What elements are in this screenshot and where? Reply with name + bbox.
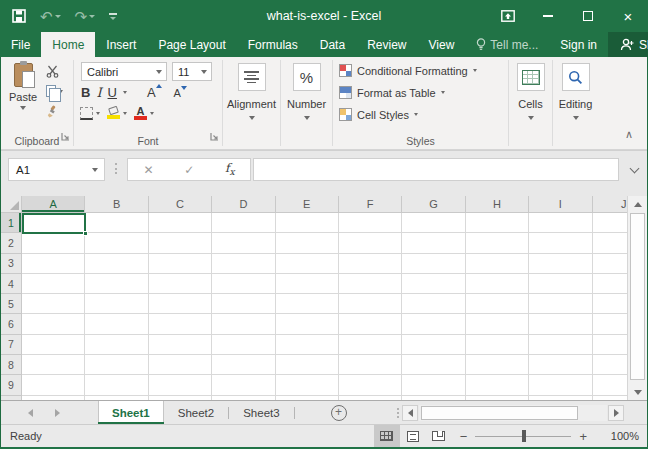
cell-D1[interactable] (212, 213, 275, 233)
column-header-A[interactable]: A (22, 196, 85, 213)
cell-J5[interactable] (593, 294, 627, 314)
underline-button[interactable]: U (108, 85, 117, 100)
cell-J9[interactable] (593, 375, 627, 395)
cell-H1[interactable] (466, 213, 529, 233)
sign-in-button[interactable]: Sign in (549, 32, 608, 57)
cell-F9[interactable] (339, 375, 402, 395)
cell-E5[interactable] (276, 294, 339, 314)
cell-B5[interactable] (85, 294, 148, 314)
cell-B6[interactable] (85, 314, 148, 334)
cell-D5[interactable] (212, 294, 275, 314)
underline-dropdown-icon[interactable] (123, 91, 127, 94)
alignment-dropdown-icon[interactable] (249, 116, 255, 120)
cell-I4[interactable] (529, 274, 592, 294)
row-header-3[interactable]: 3 (1, 254, 22, 274)
formula-bar-grip[interactable] (115, 163, 117, 174)
row-header-5[interactable]: 5 (1, 294, 22, 314)
cell-E1[interactable] (276, 213, 339, 233)
cell-D9[interactable] (212, 375, 275, 395)
ribbon-display-options-button[interactable] (488, 0, 528, 32)
cell-E3[interactable] (276, 254, 339, 274)
cell-A5[interactable] (22, 294, 85, 314)
scroll-right-button[interactable] (608, 405, 624, 421)
cell-C1[interactable] (149, 213, 212, 233)
select-all-button[interactable] (1, 196, 22, 213)
tab-insert[interactable]: Insert (95, 32, 147, 57)
cell-C2[interactable] (149, 233, 212, 253)
cell-A4[interactable] (22, 274, 85, 294)
cell-H5[interactable] (466, 294, 529, 314)
row-header-4[interactable]: 4 (1, 274, 22, 294)
cell-D3[interactable] (212, 254, 275, 274)
column-header-B[interactable]: B (85, 196, 148, 213)
cell-C8[interactable] (149, 355, 212, 375)
cell-F7[interactable] (339, 335, 402, 355)
share-button[interactable]: Share (608, 32, 648, 57)
font-color-button[interactable]: A (134, 106, 154, 120)
cell-D8[interactable] (212, 355, 275, 375)
cells-dropdown-icon[interactable] (528, 116, 534, 120)
cell-G8[interactable] (402, 355, 465, 375)
cells-button[interactable] (517, 63, 545, 91)
zoom-slider[interactable] (475, 429, 571, 443)
tab-formulas[interactable]: Formulas (237, 32, 309, 57)
format-as-table-button[interactable]: Format as Table (339, 86, 445, 99)
paste-button[interactable]: Paste (5, 61, 41, 131)
font-dialog-launcher[interactable] (210, 127, 219, 145)
cell-H2[interactable] (466, 233, 529, 253)
cell-G5[interactable] (402, 294, 465, 314)
cell-E6[interactable] (276, 314, 339, 334)
vertical-scrollbar-thumb[interactable] (630, 213, 645, 380)
expand-formula-bar-icon[interactable] (630, 164, 640, 174)
number-dropdown-icon[interactable] (304, 116, 310, 120)
name-box-dropdown-icon[interactable] (92, 168, 98, 172)
cell-B3[interactable] (85, 254, 148, 274)
cell-A8[interactable] (22, 355, 85, 375)
cell-I6[interactable] (529, 314, 592, 334)
fill-handle[interactable] (83, 231, 88, 236)
tell-me-box[interactable]: Tell me... (465, 32, 549, 57)
cell-H9[interactable] (466, 375, 529, 395)
active-cell-outline[interactable] (22, 213, 86, 234)
insert-function-button[interactable]: fx (225, 161, 235, 177)
cell-F4[interactable] (339, 274, 402, 294)
copy-button[interactable] (46, 84, 63, 98)
column-header-J[interactable]: J (593, 196, 627, 213)
decrease-font-size-button[interactable]: A (174, 87, 181, 99)
column-header-G[interactable]: G (402, 196, 465, 213)
format-painter-button[interactable] (46, 104, 63, 118)
zoom-in-button[interactable]: + (571, 429, 595, 444)
number-button[interactable]: % (293, 63, 321, 91)
tab-bar-grip[interactable] (397, 408, 399, 418)
maximize-button[interactable] (568, 0, 608, 32)
italic-button[interactable]: I (96, 85, 101, 100)
increase-font-size-button[interactable]: A (147, 85, 156, 100)
cell-I5[interactable] (529, 294, 592, 314)
undo-dropdown-icon[interactable] (55, 15, 61, 18)
cell-C7[interactable] (149, 335, 212, 355)
editing-button[interactable] (562, 63, 590, 91)
cell-G3[interactable] (402, 254, 465, 274)
redo-dropdown-icon[interactable] (89, 15, 95, 18)
cell-F3[interactable] (339, 254, 402, 274)
cell-A3[interactable] (22, 254, 85, 274)
cut-button[interactable] (46, 64, 63, 78)
cell-H4[interactable] (466, 274, 529, 294)
cell-F5[interactable] (339, 294, 402, 314)
tab-review[interactable]: Review (356, 32, 417, 57)
cell-F2[interactable] (339, 233, 402, 253)
scroll-left-button[interactable] (402, 405, 418, 421)
cell-H8[interactable] (466, 355, 529, 375)
zoom-out-button[interactable]: − (452, 429, 476, 444)
cell-B7[interactable] (85, 335, 148, 355)
cell-G4[interactable] (402, 274, 465, 294)
name-box[interactable]: A1 (8, 158, 105, 181)
cell-I8[interactable] (529, 355, 592, 375)
row-header-8[interactable]: 8 (1, 355, 22, 375)
cell-I2[interactable] (529, 233, 592, 253)
horizontal-scrollbar-thumb[interactable] (421, 406, 578, 420)
cell-F1[interactable] (339, 213, 402, 233)
borders-button[interactable] (80, 106, 100, 120)
sheet-tab-sheet2[interactable]: Sheet2 (164, 401, 228, 424)
cell-J4[interactable] (593, 274, 627, 294)
